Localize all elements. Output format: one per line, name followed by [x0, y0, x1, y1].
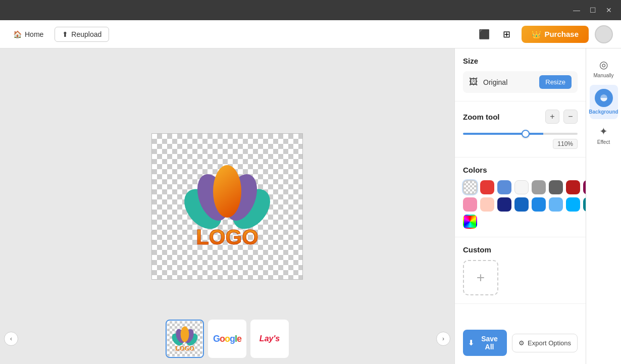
thumb-nav-right[interactable]: ›: [436, 332, 450, 346]
zoom-minus-button[interactable]: −: [563, 110, 578, 124]
color-swatch-burgundy[interactable]: [583, 180, 586, 194]
zoom-slider[interactable]: [463, 133, 578, 135]
color-swatch-cyan[interactable]: [566, 197, 580, 212]
image-icon: 🖼: [469, 77, 478, 87]
reupload-button[interactable]: ⬆ Reupload: [55, 27, 109, 42]
sidebar-tool-manually[interactable]: ◎ Manually: [590, 55, 618, 83]
titlebar: — ☐ ✕: [0, 0, 621, 20]
sidebar-tool-background[interactable]: Background: [590, 85, 618, 119]
view-grid-button[interactable]: ⊞: [497, 25, 515, 43]
purchase-button[interactable]: 👑 Purchase: [522, 26, 589, 43]
zoom-value-row: 110%: [463, 139, 578, 149]
background-label: Background: [589, 109, 618, 115]
color-swatch-white[interactable]: [514, 180, 529, 194]
right-panel: Size 🖼 Original Resize Zoom tool + − 110…: [454, 48, 586, 364]
upload-icon: ⬆: [62, 30, 68, 38]
thumbnail-lays[interactable]: Lay's: [250, 320, 289, 358]
color-swatch-blue3[interactable]: [532, 197, 546, 212]
home-label: Home: [25, 30, 43, 38]
close-button[interactable]: ✕: [601, 2, 617, 18]
add-custom-color-button[interactable]: +: [463, 260, 498, 295]
effect-icon: ✦: [599, 125, 608, 137]
size-title: Size: [463, 57, 578, 65]
home-button[interactable]: 🏠 Home: [8, 27, 48, 41]
color-swatch-pink[interactable]: [463, 197, 477, 212]
export-options-label: Export Options: [528, 339, 571, 347]
thumbnail-logo[interactable]: LOGO: [166, 320, 204, 358]
save-all-label: Save All: [477, 335, 502, 351]
color-swatch-dark-red[interactable]: [566, 180, 580, 194]
purchase-label: Purchase: [544, 30, 579, 38]
export-options-button[interactable]: ⚙ Export Options: [512, 334, 578, 352]
color-swatch-dark-gray[interactable]: [549, 180, 563, 194]
svg-point-4: [213, 165, 241, 218]
color-swatch-teal[interactable]: [583, 197, 586, 212]
background-icon: [595, 89, 613, 107]
home-icon: 🏠: [13, 30, 22, 38]
manually-label: Manually: [593, 73, 613, 79]
size-row: 🖼 Original Resize: [463, 71, 578, 93]
view-single-button[interactable]: ⬛: [475, 25, 493, 43]
thumbnail-strip: ‹ LOGO Google: [0, 314, 454, 364]
color-swatch-light-blue2[interactable]: [549, 197, 563, 212]
thumb-logo-image: LOGO: [167, 321, 202, 356]
svg-text:LOGO: LOGO: [196, 225, 258, 249]
sidebar-tool-effect[interactable]: ✦ Effect: [590, 121, 618, 149]
svg-point-10: [181, 326, 189, 342]
colors-title: Colors: [463, 166, 578, 174]
zoom-plus-button[interactable]: +: [545, 110, 559, 124]
main-layout: LOGO ✋ 🔍− 130% 🔍+ ⬛⬜ 1 / 3 ‹: [0, 48, 621, 364]
zoom-value-badge: 110%: [553, 139, 578, 149]
original-label: Original: [483, 78, 534, 86]
resize-button[interactable]: Resize: [539, 75, 572, 89]
custom-title: Custom: [463, 245, 578, 254]
custom-section: Custom +: [455, 237, 586, 304]
color-swatch-peach[interactable]: [480, 197, 494, 212]
thumb-google-image: Google: [210, 321, 245, 356]
grid-view-icon: ⊞: [503, 29, 510, 40]
save-all-button[interactable]: ⬇ Save All: [463, 330, 507, 356]
zoom-section: Zoom tool + − 110%: [455, 101, 586, 158]
zoom-tool-row: Zoom tool + −: [463, 110, 578, 124]
avatar[interactable]: [595, 25, 613, 43]
zoom-title: Zoom tool: [463, 113, 541, 121]
canvas-container: LOGO: [151, 133, 303, 280]
reupload-label: Reupload: [71, 30, 101, 38]
crown-icon: 👑: [532, 30, 541, 39]
thumb-nav-left[interactable]: ‹: [4, 332, 18, 346]
manually-icon: ◎: [599, 59, 608, 71]
minimize-button[interactable]: —: [568, 2, 585, 18]
color-swatch-transparent[interactable]: [463, 180, 477, 194]
color-swatch-light-blue[interactable]: [497, 180, 511, 194]
zoom-slider-container: [463, 128, 578, 137]
color-swatch-blue2[interactable]: [514, 197, 529, 212]
gear-icon: ⚙: [519, 339, 525, 347]
color-swatch-red[interactable]: [480, 180, 494, 194]
canvas-area: LOGO ✋ 🔍− 130% 🔍+ ⬛⬜ 1 / 3 ‹: [0, 48, 454, 364]
thumb-lays-image: Lay's: [252, 321, 287, 356]
color-swatch-gray[interactable]: [532, 180, 546, 194]
logo-image: LOGO: [167, 146, 288, 267]
single-view-icon: ⬛: [479, 29, 490, 40]
thumbnail-google[interactable]: Google: [208, 320, 246, 358]
colors-grid: [463, 180, 578, 229]
maximize-button[interactable]: ☐: [585, 2, 601, 18]
color-swatch-gradient[interactable]: [463, 215, 477, 229]
save-icon: ⬇: [468, 339, 474, 347]
far-right-sidebar: ◎ Manually Background ✦ Effect: [586, 48, 621, 364]
color-swatch-navy[interactable]: [497, 197, 511, 212]
effect-label: Effect: [597, 139, 610, 145]
svg-text:LOGO: LOGO: [175, 345, 194, 352]
panel-bottom: ⬇ Save All ⚙ Export Options: [455, 322, 586, 364]
size-section: Size 🖼 Original Resize: [455, 48, 586, 101]
colors-section: Colors: [455, 158, 586, 237]
appbar: 🏠 Home ⬆ Reupload ⬛ ⊞ 👑 Purchase: [0, 20, 621, 48]
